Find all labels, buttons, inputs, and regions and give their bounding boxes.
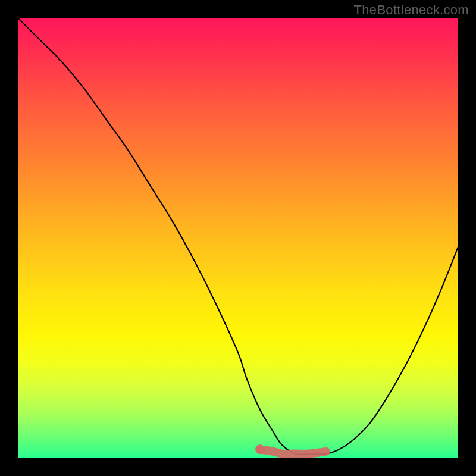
optimal-range-highlight [260,449,326,454]
chart-frame: TheBottleneck.com [0,0,476,476]
plot-area [18,18,458,458]
curve-layer [18,18,458,458]
optimal-range-start-dot [255,444,265,454]
bottleneck-curve [18,18,458,455]
watermark-text: TheBottleneck.com [354,2,469,18]
